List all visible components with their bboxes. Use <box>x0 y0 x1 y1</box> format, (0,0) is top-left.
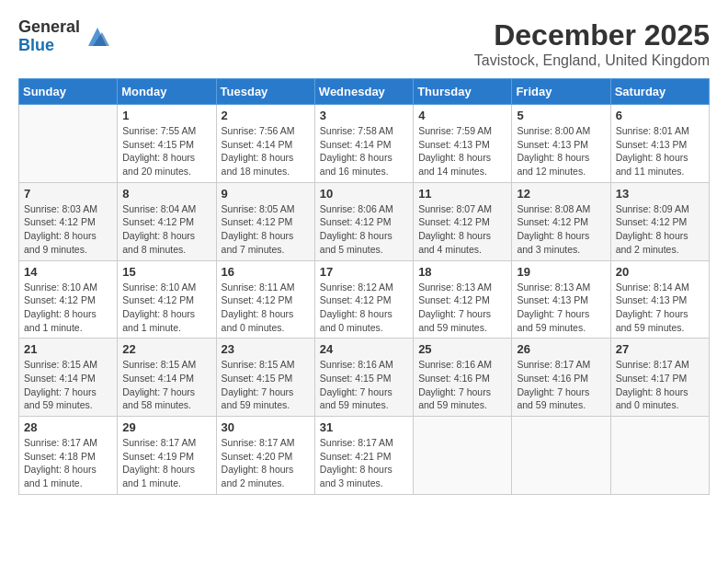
day-info: Sunrise: 8:08 AMSunset: 4:12 PMDaylight:… <box>517 202 605 257</box>
calendar-cell: 22Sunrise: 8:15 AMSunset: 4:14 PMDayligh… <box>118 339 216 417</box>
day-number: 3 <box>320 109 408 122</box>
day-info: Sunrise: 8:04 AMSunset: 4:12 PMDaylight:… <box>122 202 210 257</box>
day-number: 14 <box>24 265 112 279</box>
calendar-cell: 27Sunrise: 8:17 AMSunset: 4:17 PMDayligh… <box>610 339 709 417</box>
day-number: 8 <box>122 187 210 201</box>
calendar-day-header: Wednesday <box>314 79 413 105</box>
day-info: Sunrise: 7:56 AMSunset: 4:14 PMDaylight:… <box>222 124 310 178</box>
title-section: December 2025 Tavistock, England, United… <box>474 18 710 69</box>
calendar-cell: 13Sunrise: 8:09 AMSunset: 4:12 PMDayligh… <box>610 182 709 260</box>
calendar-cell: 29Sunrise: 8:17 AMSunset: 4:19 PMDayligh… <box>118 417 216 495</box>
calendar-day-header: Friday <box>512 79 610 105</box>
day-number: 31 <box>320 420 408 434</box>
calendar-cell: 31Sunrise: 8:17 AMSunset: 4:21 PMDayligh… <box>314 417 413 495</box>
day-number: 9 <box>222 187 310 201</box>
logo-general: General <box>18 18 80 37</box>
day-info: Sunrise: 8:17 AMSunset: 4:19 PMDaylight:… <box>122 436 210 490</box>
day-info: Sunrise: 8:05 AMSunset: 4:12 PMDaylight:… <box>222 202 310 257</box>
calendar-cell: 9Sunrise: 8:05 AMSunset: 4:12 PMDaylight… <box>216 182 314 260</box>
day-number: 29 <box>122 420 210 434</box>
day-number: 6 <box>616 109 704 122</box>
day-info: Sunrise: 7:55 AMSunset: 4:15 PMDaylight:… <box>122 124 210 178</box>
logo-blue: Blue <box>18 37 80 55</box>
day-number: 17 <box>320 265 408 279</box>
calendar-cell: 6Sunrise: 8:01 AMSunset: 4:13 PMDaylight… <box>610 105 709 183</box>
day-info: Sunrise: 8:09 AMSunset: 4:12 PMDaylight:… <box>616 202 704 257</box>
day-info: Sunrise: 8:13 AMSunset: 4:12 PMDaylight:… <box>418 281 506 335</box>
calendar-cell: 28Sunrise: 8:17 AMSunset: 4:18 PMDayligh… <box>19 417 118 495</box>
day-info: Sunrise: 7:58 AMSunset: 4:14 PMDaylight:… <box>320 124 408 178</box>
day-number: 22 <box>122 342 210 356</box>
calendar-cell: 19Sunrise: 8:13 AMSunset: 4:13 PMDayligh… <box>512 260 610 339</box>
calendar-cell: 14Sunrise: 8:10 AMSunset: 4:12 PMDayligh… <box>19 260 118 339</box>
calendar-cell: 30Sunrise: 8:17 AMSunset: 4:20 PMDayligh… <box>216 417 314 495</box>
calendar-cell: 8Sunrise: 8:04 AMSunset: 4:12 PMDaylight… <box>118 182 216 260</box>
day-info: Sunrise: 8:15 AMSunset: 4:14 PMDaylight:… <box>24 358 112 412</box>
calendar-cell: 18Sunrise: 8:13 AMSunset: 4:12 PMDayligh… <box>414 260 512 339</box>
calendar-cell <box>610 417 709 495</box>
day-number: 21 <box>24 342 112 356</box>
day-info: Sunrise: 8:16 AMSunset: 4:16 PMDaylight:… <box>418 358 506 412</box>
day-number: 20 <box>616 265 704 279</box>
day-info: Sunrise: 7:59 AMSunset: 4:13 PMDaylight:… <box>418 124 506 178</box>
day-info: Sunrise: 8:10 AMSunset: 4:12 PMDaylight:… <box>122 281 210 335</box>
calendar-day-header: Saturday <box>610 79 709 105</box>
calendar-week-row: 28Sunrise: 8:17 AMSunset: 4:18 PMDayligh… <box>19 417 710 495</box>
location: Tavistock, England, United Kingdom <box>474 52 710 69</box>
day-number: 5 <box>517 109 605 122</box>
page-header: General Blue December 2025 Tavistock, En… <box>18 18 710 69</box>
day-number: 19 <box>517 265 605 279</box>
calendar-cell: 12Sunrise: 8:08 AMSunset: 4:12 PMDayligh… <box>512 182 610 260</box>
calendar-header-row: SundayMondayTuesdayWednesdayThursdayFrid… <box>19 79 710 105</box>
day-number: 11 <box>418 187 506 201</box>
day-number: 1 <box>122 109 210 122</box>
day-info: Sunrise: 8:10 AMSunset: 4:12 PMDaylight:… <box>24 281 112 335</box>
day-number: 25 <box>418 342 506 356</box>
day-number: 12 <box>517 187 605 201</box>
day-info: Sunrise: 8:13 AMSunset: 4:13 PMDaylight:… <box>517 281 605 335</box>
calendar-week-row: 14Sunrise: 8:10 AMSunset: 4:12 PMDayligh… <box>19 260 710 339</box>
calendar-week-row: 7Sunrise: 8:03 AMSunset: 4:12 PMDaylight… <box>19 182 710 260</box>
calendar-day-header: Sunday <box>19 79 118 105</box>
day-info: Sunrise: 8:01 AMSunset: 4:13 PMDaylight:… <box>616 124 704 178</box>
day-number: 7 <box>24 187 112 201</box>
day-info: Sunrise: 8:12 AMSunset: 4:12 PMDaylight:… <box>320 281 408 335</box>
day-info: Sunrise: 8:15 AMSunset: 4:15 PMDaylight:… <box>222 358 310 412</box>
calendar-cell: 5Sunrise: 8:00 AMSunset: 4:13 PMDaylight… <box>512 105 610 183</box>
calendar-cell: 3Sunrise: 7:58 AMSunset: 4:14 PMDaylight… <box>314 105 413 183</box>
day-info: Sunrise: 8:17 AMSunset: 4:16 PMDaylight:… <box>517 358 605 412</box>
day-info: Sunrise: 8:06 AMSunset: 4:12 PMDaylight:… <box>320 202 408 257</box>
calendar-day-header: Tuesday <box>216 79 314 105</box>
calendar-cell: 23Sunrise: 8:15 AMSunset: 4:15 PMDayligh… <box>216 339 314 417</box>
calendar-cell: 10Sunrise: 8:06 AMSunset: 4:12 PMDayligh… <box>314 182 413 260</box>
calendar-cell <box>414 417 512 495</box>
day-info: Sunrise: 8:17 AMSunset: 4:17 PMDaylight:… <box>616 358 704 412</box>
calendar-cell: 16Sunrise: 8:11 AMSunset: 4:12 PMDayligh… <box>216 260 314 339</box>
day-number: 2 <box>222 109 310 122</box>
calendar-cell: 17Sunrise: 8:12 AMSunset: 4:12 PMDayligh… <box>314 260 413 339</box>
day-number: 18 <box>418 265 506 279</box>
day-number: 4 <box>418 109 506 122</box>
day-number: 27 <box>616 342 704 356</box>
calendar-cell: 7Sunrise: 8:03 AMSunset: 4:12 PMDaylight… <box>19 182 118 260</box>
calendar-table: SundayMondayTuesdayWednesdayThursdayFrid… <box>18 78 710 495</box>
day-number: 28 <box>24 420 112 434</box>
day-info: Sunrise: 8:17 AMSunset: 4:21 PMDaylight:… <box>320 436 408 490</box>
calendar-day-header: Thursday <box>414 79 512 105</box>
day-info: Sunrise: 8:11 AMSunset: 4:12 PMDaylight:… <box>222 281 310 335</box>
calendar-cell: 20Sunrise: 8:14 AMSunset: 4:13 PMDayligh… <box>610 260 709 339</box>
day-number: 10 <box>320 187 408 201</box>
calendar-cell: 11Sunrise: 8:07 AMSunset: 4:12 PMDayligh… <box>414 182 512 260</box>
calendar-week-row: 1Sunrise: 7:55 AMSunset: 4:15 PMDaylight… <box>19 105 710 183</box>
logo-text: General Blue <box>18 18 80 55</box>
calendar-cell: 26Sunrise: 8:17 AMSunset: 4:16 PMDayligh… <box>512 339 610 417</box>
day-number: 15 <box>122 265 210 279</box>
calendar-cell <box>512 417 610 495</box>
day-info: Sunrise: 8:15 AMSunset: 4:14 PMDaylight:… <box>122 358 210 412</box>
day-info: Sunrise: 8:03 AMSunset: 4:12 PMDaylight:… <box>24 202 112 257</box>
calendar-cell: 21Sunrise: 8:15 AMSunset: 4:14 PMDayligh… <box>19 339 118 417</box>
day-info: Sunrise: 8:14 AMSunset: 4:13 PMDaylight:… <box>616 281 704 335</box>
day-number: 16 <box>222 265 310 279</box>
day-number: 30 <box>222 420 310 434</box>
calendar-cell: 1Sunrise: 7:55 AMSunset: 4:15 PMDaylight… <box>118 105 216 183</box>
